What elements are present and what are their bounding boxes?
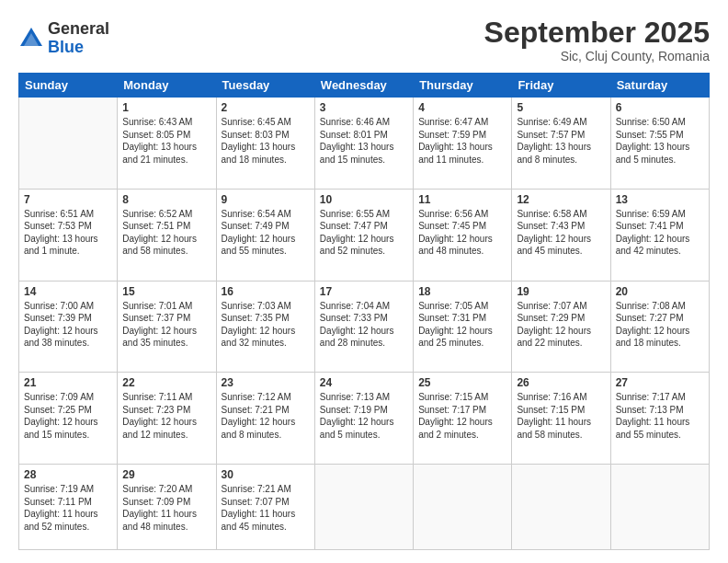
header-saturday: Saturday [610,74,709,98]
calendar-cell: 9Sunrise: 6:54 AM Sunset: 7:49 PM Daylig… [216,189,314,281]
week-row-3: 14Sunrise: 7:00 AM Sunset: 7:39 PM Dayli… [19,281,710,373]
day-info: Sunrise: 6:49 AM Sunset: 7:57 PM Dayligh… [517,116,605,166]
calendar-cell: 18Sunrise: 7:05 AM Sunset: 7:31 PM Dayli… [414,281,512,373]
day-info: Sunrise: 7:09 AM Sunset: 7:25 PM Dayligh… [24,391,112,441]
calendar-cell: 8Sunrise: 6:52 AM Sunset: 7:51 PM Daylig… [118,189,216,281]
calendar-cell: 6Sunrise: 6:50 AM Sunset: 7:55 PM Daylig… [610,98,709,190]
calendar-cell: 26Sunrise: 7:16 AM Sunset: 7:15 PM Dayli… [512,373,610,465]
day-number: 22 [122,376,210,389]
header-thursday: Thursday [414,74,512,98]
day-info: Sunrise: 6:50 AM Sunset: 7:55 PM Dayligh… [616,116,704,166]
day-number: 7 [24,193,112,206]
calendar-cell: 28Sunrise: 7:19 AM Sunset: 7:11 PM Dayli… [19,465,118,550]
calendar-cell: 7Sunrise: 6:51 AM Sunset: 7:53 PM Daylig… [19,189,118,281]
day-number: 20 [616,285,704,298]
day-info: Sunrise: 6:51 AM Sunset: 7:53 PM Dayligh… [24,208,112,258]
day-info: Sunrise: 7:07 AM Sunset: 7:29 PM Dayligh… [517,300,605,350]
calendar-cell: 15Sunrise: 7:01 AM Sunset: 7:37 PM Dayli… [118,281,216,373]
header-sunday: Sunday [19,74,118,98]
day-info: Sunrise: 7:11 AM Sunset: 7:23 PM Dayligh… [122,391,210,441]
day-info: Sunrise: 7:00 AM Sunset: 7:39 PM Dayligh… [24,300,112,350]
logo-icon [18,26,44,52]
calendar-cell: 16Sunrise: 7:03 AM Sunset: 7:35 PM Dayli… [216,281,314,373]
title-block: September 2025 Sic, Cluj County, Romania [484,17,710,63]
calendar-cell: 22Sunrise: 7:11 AM Sunset: 7:23 PM Dayli… [118,373,216,465]
calendar-cell: 14Sunrise: 7:00 AM Sunset: 7:39 PM Dayli… [19,281,118,373]
day-info: Sunrise: 7:17 AM Sunset: 7:13 PM Dayligh… [616,391,704,441]
calendar-cell: 24Sunrise: 7:13 AM Sunset: 7:19 PM Dayli… [314,373,413,465]
week-row-4: 21Sunrise: 7:09 AM Sunset: 7:25 PM Dayli… [19,373,710,465]
day-info: Sunrise: 7:03 AM Sunset: 7:35 PM Dayligh… [222,300,310,350]
calendar-table: Sunday Monday Tuesday Wednesday Thursday… [18,73,710,550]
day-info: Sunrise: 7:20 AM Sunset: 7:09 PM Dayligh… [122,483,210,533]
calendar-page: General Blue September 2025 Sic, Cluj Co… [0,0,728,563]
day-number: 9 [222,193,310,206]
day-number: 15 [122,285,210,298]
day-info: Sunrise: 6:43 AM Sunset: 8:05 PM Dayligh… [122,116,210,166]
day-number: 5 [517,101,605,114]
day-number: 24 [320,376,408,389]
day-info: Sunrise: 7:05 AM Sunset: 7:31 PM Dayligh… [418,300,506,350]
day-info: Sunrise: 6:47 AM Sunset: 7:59 PM Dayligh… [418,116,506,166]
calendar-cell: 2Sunrise: 6:45 AM Sunset: 8:03 PM Daylig… [216,98,314,190]
logo-text: General Blue [48,20,109,57]
week-row-1: 1Sunrise: 6:43 AM Sunset: 8:05 PM Daylig… [19,98,710,190]
month-title: September 2025 [484,17,710,49]
day-number: 2 [222,101,310,114]
day-info: Sunrise: 7:12 AM Sunset: 7:21 PM Dayligh… [222,391,310,441]
day-number: 1 [122,101,210,114]
day-number: 30 [222,468,310,481]
day-number: 21 [24,376,112,389]
header-wednesday: Wednesday [314,74,413,98]
day-info: Sunrise: 6:54 AM Sunset: 7:49 PM Dayligh… [222,208,310,258]
calendar-cell: 21Sunrise: 7:09 AM Sunset: 7:25 PM Dayli… [19,373,118,465]
logo-blue: Blue [48,39,109,57]
day-number: 14 [24,285,112,298]
day-info: Sunrise: 7:04 AM Sunset: 7:33 PM Dayligh… [320,300,408,350]
day-info: Sunrise: 6:46 AM Sunset: 8:01 PM Dayligh… [320,116,408,166]
calendar-cell: 3Sunrise: 6:46 AM Sunset: 8:01 PM Daylig… [314,98,413,190]
day-number: 28 [24,468,112,481]
day-number: 6 [616,101,704,114]
day-number: 18 [418,285,506,298]
day-number: 29 [122,468,210,481]
calendar-cell: 17Sunrise: 7:04 AM Sunset: 7:33 PM Dayli… [314,281,413,373]
day-number: 16 [222,285,310,298]
day-number: 11 [418,193,506,206]
calendar-cell: 11Sunrise: 6:56 AM Sunset: 7:45 PM Dayli… [414,189,512,281]
calendar-cell [314,465,413,550]
day-info: Sunrise: 7:21 AM Sunset: 7:07 PM Dayligh… [222,483,310,533]
day-number: 12 [517,193,605,206]
calendar-cell [512,465,610,550]
calendar-cell [19,98,118,190]
calendar-cell: 29Sunrise: 7:20 AM Sunset: 7:09 PM Dayli… [118,465,216,550]
day-info: Sunrise: 6:52 AM Sunset: 7:51 PM Dayligh… [122,208,210,258]
day-info: Sunrise: 6:45 AM Sunset: 8:03 PM Dayligh… [222,116,310,166]
location: Sic, Cluj County, Romania [484,49,710,63]
calendar-cell: 20Sunrise: 7:08 AM Sunset: 7:27 PM Dayli… [610,281,709,373]
day-info: Sunrise: 7:01 AM Sunset: 7:37 PM Dayligh… [122,300,210,350]
calendar-cell: 30Sunrise: 7:21 AM Sunset: 7:07 PM Dayli… [216,465,314,550]
day-number: 23 [222,376,310,389]
week-row-2: 7Sunrise: 6:51 AM Sunset: 7:53 PM Daylig… [19,189,710,281]
day-number: 13 [616,193,704,206]
week-row-5: 28Sunrise: 7:19 AM Sunset: 7:11 PM Dayli… [19,465,710,550]
day-info: Sunrise: 6:55 AM Sunset: 7:47 PM Dayligh… [320,208,408,258]
day-info: Sunrise: 6:59 AM Sunset: 7:41 PM Dayligh… [616,208,704,258]
calendar-cell: 25Sunrise: 7:15 AM Sunset: 7:17 PM Dayli… [414,373,512,465]
header-tuesday: Tuesday [216,74,314,98]
day-info: Sunrise: 6:56 AM Sunset: 7:45 PM Dayligh… [418,208,506,258]
calendar-cell [610,465,709,550]
calendar-cell: 12Sunrise: 6:58 AM Sunset: 7:43 PM Dayli… [512,189,610,281]
day-number: 3 [320,101,408,114]
day-info: Sunrise: 6:58 AM Sunset: 7:43 PM Dayligh… [517,208,605,258]
calendar-cell: 4Sunrise: 6:47 AM Sunset: 7:59 PM Daylig… [414,98,512,190]
day-number: 17 [320,285,408,298]
day-number: 10 [320,193,408,206]
day-number: 26 [517,376,605,389]
page-header: General Blue September 2025 Sic, Cluj Co… [18,17,710,63]
day-number: 19 [517,285,605,298]
calendar-cell: 19Sunrise: 7:07 AM Sunset: 7:29 PM Dayli… [512,281,610,373]
header-friday: Friday [512,74,610,98]
calendar-cell: 5Sunrise: 6:49 AM Sunset: 7:57 PM Daylig… [512,98,610,190]
